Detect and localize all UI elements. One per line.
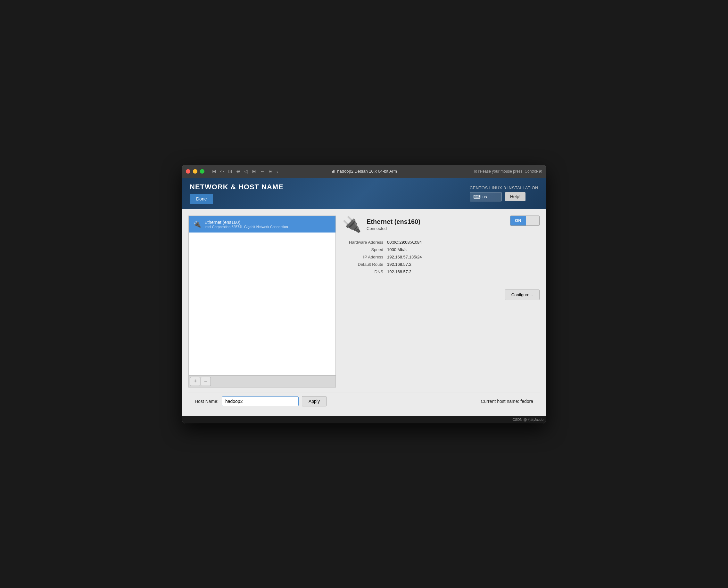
network-list: 🔌 Ethernet (ens160) Intel Corporation 82… [188, 215, 336, 376]
watermark: CSDN @元元Jacob [182, 416, 546, 423]
remove-network-button[interactable]: − [201, 377, 211, 386]
speed-label: Speed [342, 247, 387, 252]
toggle-off-label [526, 216, 539, 226]
ip-address-value: 192.168.57.135/24 [387, 255, 422, 259]
detail-info: 🔌 Ethernet (ens160) Connected [342, 215, 420, 233]
detail-ip-row: IP Address 192.168.57.135/24 [342, 255, 540, 259]
window-title-area: 🖥 hadoop2 Debian 10.x 64-bit Arm [331, 169, 397, 173]
chevron-left-icon[interactable]: ‹ [277, 168, 278, 174]
print-icon[interactable]: ⊡ [228, 168, 232, 174]
page-title: NETWORK & HOST NAME [190, 183, 284, 191]
detail-table: Hardware Address 00:0C:29:08:A0:84 Speed… [342, 240, 540, 277]
volume-icon[interactable]: ◁ [244, 168, 248, 174]
sidebar-icon[interactable]: ⊞ [212, 168, 216, 174]
speed-value: 1000 Mb/s [387, 247, 407, 252]
bottom-bar: Host Name: Apply Current host name: fedo… [188, 393, 540, 410]
toggle-on-label: ON [510, 216, 526, 226]
keyboard-icon: ⌨ [473, 194, 481, 200]
add-network-button[interactable]: + [190, 377, 200, 386]
favicon-icon: 🖥 [331, 169, 335, 173]
detail-speed-row: Speed 1000 Mb/s [342, 247, 540, 252]
network-item[interactable]: 🔌 Ethernet (ens160) Intel Corporation 82… [189, 216, 336, 232]
ip-address-label: IP Address [342, 255, 387, 259]
detail-dns-row: DNS 192.168.57.2 [342, 269, 540, 274]
release-message: To release your mouse press: Control-⌘ [473, 169, 542, 173]
centos-label: CENTOS LINUX 8 INSTALLATION ⌨ us Help! [470, 185, 538, 202]
network-item-info: Ethernet (ens160) Intel Corporation 8257… [204, 220, 288, 229]
network-detail-panel: 🔌 Ethernet (ens160) Connected ON Hardwar… [342, 215, 540, 387]
default-route-value: 192.168.57.2 [387, 262, 411, 267]
apply-button[interactable]: Apply [302, 396, 326, 406]
share-icon[interactable]: ⊟ [268, 168, 273, 174]
list-controls: + − [188, 376, 336, 387]
default-route-label: Default Route [342, 262, 387, 267]
detail-header: 🔌 Ethernet (ens160) Connected ON [342, 215, 540, 233]
nav-back-icon[interactable]: ← [260, 168, 265, 174]
network-list-panel: 🔌 Ethernet (ens160) Intel Corporation 82… [188, 215, 336, 387]
dns-value: 192.168.57.2 [387, 269, 411, 274]
ethernet-list-icon: 🔌 [193, 220, 201, 228]
hostname-input[interactable] [222, 397, 299, 406]
window-title: hadoop2 Debian 10.x 64-bit Arm [337, 169, 397, 173]
mac-titlebar: ⊞ ⇔ ⊡ ⊕ ◁ ⊞ ← ⊟ ‹ 🖥 hadoop2 Debian 10.x … [182, 165, 546, 178]
detail-name-area: Ethernet (ens160) Connected [367, 218, 420, 231]
app-header: NETWORK & HOST NAME Done CENTOS LINUX 8 … [182, 178, 546, 209]
camera-icon[interactable]: ⊞ [252, 168, 256, 174]
main-panel: 🔌 Ethernet (ens160) Intel Corporation 82… [188, 215, 540, 387]
mac-window: ⊞ ⇔ ⊡ ⊕ ◁ ⊞ ← ⊟ ‹ 🖥 hadoop2 Debian 10.x … [182, 165, 546, 423]
close-button[interactable] [186, 169, 190, 173]
dns-label: DNS [342, 269, 387, 274]
network-item-desc: Intel Corporation 82574L Gigabit Network… [204, 225, 288, 229]
detail-status: Connected [367, 226, 420, 231]
current-hostname-value: fedora [520, 399, 533, 404]
network-item-name: Ethernet (ens160) [204, 220, 288, 225]
app-content: 🔌 Ethernet (ens160) Intel Corporation 82… [182, 209, 546, 416]
current-hostname-area: Current host name: fedora [481, 399, 533, 404]
minimize-button[interactable] [193, 169, 197, 173]
detail-hardware-row: Hardware Address 00:0C:29:08:A0:84 [342, 240, 540, 245]
header-left: NETWORK & HOST NAME Done [190, 183, 284, 204]
current-hostname-label: Current host name: [481, 399, 520, 404]
toggle-switch[interactable]: ON [510, 215, 540, 226]
hostname-label: Host Name: [195, 399, 219, 404]
configure-button[interactable]: Configure... [505, 290, 540, 300]
keyboard-input[interactable]: ⌨ us [470, 192, 502, 202]
detail-route-row: Default Route 192.168.57.2 [342, 262, 540, 267]
detail-name: Ethernet (ens160) [367, 218, 420, 226]
maximize-button[interactable] [200, 169, 204, 173]
back-forward-icon[interactable]: ⇔ [220, 168, 224, 174]
ethernet-detail-icon: 🔌 [342, 215, 361, 233]
header-right: CENTOS LINUX 8 INSTALLATION ⌨ us Help! [470, 185, 538, 202]
help-button[interactable]: Help! [505, 192, 526, 201]
done-button[interactable]: Done [190, 194, 213, 204]
hostname-group: Host Name: Apply [195, 396, 326, 406]
lock-icon[interactable]: ⊕ [236, 168, 240, 174]
toolbar-icons: ⊞ ⇔ ⊡ ⊕ ◁ ⊞ ← ⊟ ‹ [212, 168, 278, 174]
hardware-address-label: Hardware Address [342, 240, 387, 245]
hardware-address-value: 00:0C:29:08:A0:84 [387, 240, 422, 245]
